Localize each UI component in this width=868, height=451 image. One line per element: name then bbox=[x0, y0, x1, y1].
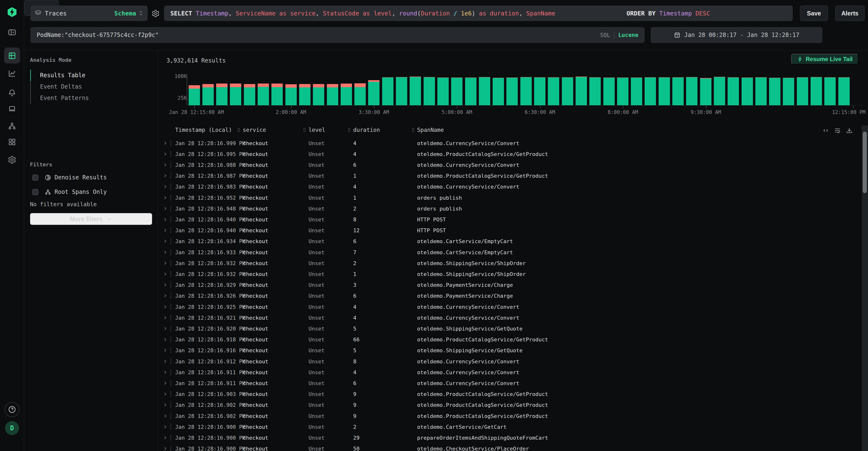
expand-chevron-icon[interactable] bbox=[163, 327, 167, 331]
rail-item-sessions-laptop-icon[interactable] bbox=[8, 104, 17, 113]
expand-chevron-icon[interactable] bbox=[163, 392, 167, 396]
expand-chevron-icon[interactable] bbox=[163, 141, 167, 145]
save-button[interactable]: Save bbox=[800, 5, 828, 21]
rail-item-settings-gear-icon[interactable] bbox=[8, 156, 17, 164]
more-filters-button[interactable]: More filters bbox=[30, 213, 152, 225]
table-row[interactable]: Jan 28 12:28:16.903 PMcheckoutUnset9otel… bbox=[158, 389, 868, 400]
table-row[interactable]: Jan 28 12:28:16.916 PMcheckoutUnset5otel… bbox=[158, 345, 868, 356]
table-row[interactable]: Jan 28 12:28:16.940 PMcheckoutUnset8HTTP… bbox=[158, 214, 868, 225]
expand-chevron-icon[interactable] bbox=[163, 370, 167, 374]
table-row[interactable]: Jan 28 12:28:16.952 PMcheckoutUnset1orde… bbox=[158, 192, 868, 203]
hyperdx-logo-icon[interactable] bbox=[6, 6, 18, 18]
table-row[interactable]: Jan 28 12:28:16.932 PMcheckoutUnset2otel… bbox=[158, 258, 868, 269]
expand-chevron-icon[interactable] bbox=[163, 315, 167, 320]
vertical-scrollbar[interactable] bbox=[862, 125, 868, 451]
table-row[interactable]: Jan 28 12:28:16.934 PMcheckoutUnset6otel… bbox=[158, 236, 868, 247]
expand-chevron-icon[interactable] bbox=[163, 174, 167, 178]
expand-chevron-icon[interactable] bbox=[163, 272, 167, 276]
table-row[interactable]: Jan 28 12:28:16.900 PMcheckoutUnset50ote… bbox=[158, 443, 868, 451]
language-sql-label[interactable]: SQL bbox=[600, 32, 610, 38]
expand-chevron-icon[interactable] bbox=[163, 239, 167, 243]
table-row[interactable]: Jan 28 12:28:16.940 PMcheckoutUnset12HTT… bbox=[158, 225, 868, 236]
table-row[interactable]: Jan 28 12:28:16.933 PMcheckoutUnset7otel… bbox=[158, 247, 868, 258]
user-avatar[interactable]: D bbox=[5, 421, 19, 435]
date-range-picker[interactable]: Jan 28 00:28:17 - Jan 28 12:28:17 bbox=[651, 27, 823, 43]
checkbox[interactable] bbox=[32, 189, 38, 195]
table-row[interactable]: Jan 28 12:28:16.929 PMcheckoutUnset3otel… bbox=[158, 280, 868, 290]
mode-item-event-patterns[interactable]: Event Patterns bbox=[30, 92, 89, 104]
table-row[interactable]: Jan 28 12:28:16.999 PMcheckoutUnset4otel… bbox=[158, 138, 868, 148]
expand-chevron-icon[interactable] bbox=[163, 163, 167, 167]
checkbox[interactable] bbox=[32, 174, 38, 180]
expand-chevron-icon[interactable] bbox=[163, 196, 167, 200]
table-row[interactable]: Jan 28 12:28:16.918 PMcheckoutUnset66ote… bbox=[158, 334, 868, 345]
expand-chevron-icon[interactable] bbox=[163, 152, 167, 156]
alerts-button[interactable]: Alerts bbox=[835, 5, 865, 21]
search-input[interactable]: PodName:"checkout-675775c4cc-f2p9c" SQL|… bbox=[30, 27, 645, 43]
table-row[interactable]: Jan 28 12:28:16.902 PMcheckoutUnset9otel… bbox=[158, 411, 868, 421]
rail-item-search-icon[interactable] bbox=[8, 51, 17, 60]
root-spans-only-checkbox[interactable]: Root Spans Only bbox=[32, 189, 107, 195]
table-row[interactable]: Jan 28 12:28:16.988 PMcheckoutUnset6otel… bbox=[158, 159, 868, 170]
table-row[interactable]: Jan 28 12:28:16.900 PMcheckoutUnset2otel… bbox=[158, 421, 868, 432]
table-row[interactable]: Jan 28 12:28:16.912 PMcheckoutUnset8otel… bbox=[158, 356, 868, 367]
sql-select-editor[interactable]: SELECT Timestamp, ServiceName as service… bbox=[164, 5, 640, 21]
column-header-duration[interactable]: duration bbox=[348, 127, 380, 133]
rail-item-alerts-bell-icon[interactable] bbox=[8, 88, 17, 97]
mode-item-event-deltas[interactable]: Event Deltas bbox=[30, 81, 89, 92]
download-icon[interactable] bbox=[846, 127, 852, 134]
expand-chevron-icon[interactable] bbox=[163, 217, 167, 221]
table-row[interactable]: Jan 28 12:28:16.911 PMcheckoutUnset6otel… bbox=[158, 377, 868, 389]
column-header-level[interactable]: level bbox=[303, 127, 325, 133]
column-header-spanname[interactable]: SpanName bbox=[411, 127, 444, 133]
expand-chevron-icon[interactable] bbox=[163, 228, 167, 232]
expand-chevron-icon[interactable] bbox=[163, 359, 167, 363]
help-button[interactable] bbox=[5, 402, 20, 417]
table-row[interactable]: Jan 28 12:28:16.983 PMcheckoutUnset4otel… bbox=[158, 181, 868, 192]
table-row[interactable]: Jan 28 12:28:16.921 PMcheckoutUnset4otel… bbox=[158, 312, 868, 323]
scrollbar-thumb[interactable] bbox=[863, 132, 867, 193]
language-lucene-label[interactable]: Lucene bbox=[618, 32, 638, 38]
collapse-sidebar-icon[interactable] bbox=[8, 28, 17, 37]
table-row[interactable]: Jan 28 12:28:16.920 PMcheckoutUnset5otel… bbox=[158, 323, 868, 334]
table-row[interactable]: Jan 28 12:28:16.932 PMcheckoutUnset1otel… bbox=[158, 269, 868, 279]
query-language-toggle[interactable]: SQL|Lucene bbox=[600, 32, 639, 38]
expand-chevron-icon[interactable] bbox=[163, 435, 167, 440]
expand-chevron-icon[interactable] bbox=[163, 381, 167, 385]
table-row[interactable]: Jan 28 12:28:16.987 PMcheckoutUnset1otel… bbox=[158, 170, 868, 181]
expand-chevron-icon[interactable] bbox=[163, 261, 167, 265]
schema-mode-label[interactable]: Schema bbox=[114, 10, 136, 17]
wrap-text-icon[interactable] bbox=[834, 127, 841, 134]
table-row[interactable]: Jan 28 12:28:16.926 PMcheckoutUnset6otel… bbox=[158, 290, 868, 301]
expand-chevron-icon[interactable] bbox=[163, 403, 167, 407]
denoise-results-checkbox[interactable]: Denoise Results bbox=[32, 174, 107, 181]
expand-chevron-icon[interactable] bbox=[163, 185, 167, 189]
resume-live-tail-button[interactable]: Resume Live Tail bbox=[791, 54, 858, 64]
expand-chevron-icon[interactable] bbox=[163, 283, 167, 287]
expand-chevron-icon[interactable] bbox=[163, 447, 167, 451]
expand-chevron-icon[interactable] bbox=[163, 348, 167, 353]
column-header-service[interactable]: service bbox=[237, 127, 266, 133]
order-by-editor[interactable]: ORDER BY Timestamp DESC bbox=[621, 5, 793, 21]
table-row[interactable]: Jan 28 12:28:16.900 PMcheckoutUnset29pre… bbox=[158, 432, 868, 443]
rail-item-chart-icon[interactable] bbox=[8, 69, 17, 78]
column-header-timestamp[interactable]: Timestamp (Local) bbox=[175, 127, 232, 133]
table-row[interactable]: Jan 28 12:28:16.948 PMcheckoutUnset2orde… bbox=[158, 203, 868, 214]
expand-chevron-icon[interactable] bbox=[163, 414, 167, 418]
expand-chevron-icon[interactable] bbox=[163, 338, 167, 342]
table-row[interactable]: Jan 28 12:28:16.911 PMcheckoutUnset4otel… bbox=[158, 367, 868, 377]
table-row[interactable]: Jan 28 12:28:16.925 PMcheckoutUnset4otel… bbox=[158, 301, 868, 312]
code-view-icon[interactable] bbox=[823, 127, 829, 134]
table-row[interactable]: Jan 28 12:28:16.995 PMcheckoutUnset4otel… bbox=[158, 148, 868, 159]
expand-chevron-icon[interactable] bbox=[163, 305, 167, 309]
expand-chevron-icon[interactable] bbox=[163, 425, 167, 429]
rail-item-service-map-icon[interactable] bbox=[8, 122, 17, 130]
source-select[interactable]: Traces Schema bbox=[30, 5, 148, 21]
mode-item-results-table[interactable]: Results Table bbox=[30, 69, 89, 81]
table-row[interactable]: Jan 28 12:28:16.902 PMcheckoutUnset9otel… bbox=[158, 400, 868, 411]
rail-item-dashboards-icon[interactable] bbox=[8, 138, 17, 146]
expand-chevron-icon[interactable] bbox=[163, 294, 167, 298]
expand-chevron-icon[interactable] bbox=[163, 206, 167, 210]
source-settings-gear-icon[interactable] bbox=[152, 9, 160, 18]
expand-chevron-icon[interactable] bbox=[163, 250, 167, 254]
